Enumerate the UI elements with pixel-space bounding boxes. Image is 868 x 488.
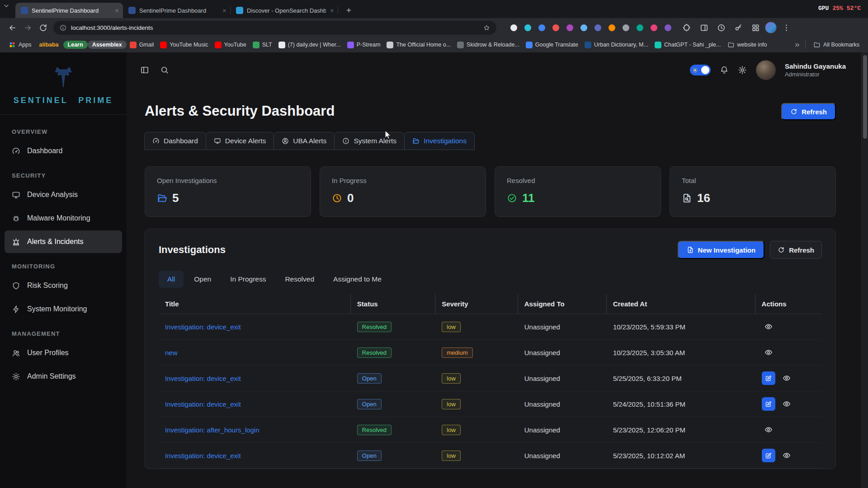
view-button[interactable] xyxy=(762,346,775,359)
column-header-title[interactable]: Title xyxy=(159,294,351,314)
bookmark-alibaba[interactable]: alibaba xyxy=(35,41,63,49)
extension-icon[interactable] xyxy=(507,21,520,34)
bookmark-p-stream[interactable]: P-Stream xyxy=(344,40,384,50)
bookmark-youtube-music[interactable]: YouTube Music xyxy=(157,40,211,50)
back-button[interactable] xyxy=(5,20,20,35)
row-title-link[interactable]: Investigation: device_exit xyxy=(165,375,241,382)
view-button[interactable] xyxy=(780,449,793,462)
bookmark-website-info[interactable]: website info xyxy=(724,40,770,50)
tab-uba-alerts[interactable]: UBA Alerts xyxy=(274,132,335,150)
sidebar-item-dashboard[interactable]: Dashboard xyxy=(5,140,122,162)
page-scrollbar[interactable] xyxy=(861,52,868,488)
sidebar-item-device-analysis[interactable]: Device Analysis xyxy=(5,183,122,206)
filter-resolved[interactable]: Resolved xyxy=(276,271,323,288)
edit-button[interactable] xyxy=(762,449,775,462)
sidebar-item-malware-monitoring[interactable]: Malware Monitoring xyxy=(5,207,122,230)
bookmark-apps[interactable]: Apps xyxy=(5,40,35,50)
extension-icon[interactable] xyxy=(535,21,548,34)
theme-toggle[interactable] xyxy=(690,65,711,75)
refresh-button[interactable]: Refresh xyxy=(781,103,836,120)
bookmarks-overflow-chevron-icon[interactable] xyxy=(794,42,801,48)
bell-icon[interactable] xyxy=(720,66,729,75)
info-icon[interactable] xyxy=(60,24,66,31)
tab-groups-button[interactable] xyxy=(748,20,763,35)
extension-icon[interactable] xyxy=(619,21,632,34)
view-button[interactable] xyxy=(780,397,793,411)
bookmark-learn[interactable]: Learn xyxy=(63,41,88,49)
bookmark-google-translate[interactable]: Google Translate xyxy=(523,40,581,50)
tab-close-icon[interactable] xyxy=(222,8,227,13)
bookmark-youtube[interactable]: YouTube xyxy=(212,40,250,50)
window-chevron-icon[interactable] xyxy=(2,2,10,9)
sidebar-item-admin-settings[interactable]: Admin Settings xyxy=(5,365,122,388)
view-button[interactable] xyxy=(762,423,775,436)
passwords-button[interactable] xyxy=(731,20,746,35)
filter-all[interactable]: All xyxy=(159,271,184,288)
profile-avatar[interactable] xyxy=(765,22,777,33)
gear-icon[interactable] xyxy=(738,66,747,75)
bookmark-assemblex[interactable]: Assemblex xyxy=(88,41,127,49)
address-bar[interactable]: localhost:3000/alerts-incidents xyxy=(53,21,496,35)
bookmark-gmail[interactable]: Gmail xyxy=(127,40,157,50)
browser-tab[interactable]: Discover - OpenSearch Dashbo xyxy=(231,3,338,18)
browser-tab[interactable]: SentinelPrime Dashboard xyxy=(15,3,123,18)
bookmark-7-daily-dev-wher[interactable]: (7) daily.dev | Wher... xyxy=(275,40,344,50)
tab-device-alerts[interactable]: Device Alerts xyxy=(206,132,274,150)
extension-icon[interactable] xyxy=(661,21,675,34)
extension-icon[interactable] xyxy=(591,21,604,34)
edit-button[interactable] xyxy=(762,397,775,411)
extension-icon[interactable] xyxy=(633,21,646,34)
sidebar-item-risk-scoring[interactable]: Risk Scoring xyxy=(5,274,122,297)
new-tab-button[interactable] xyxy=(342,3,355,17)
all-bookmarks[interactable]: All Bookmarks xyxy=(810,40,863,50)
row-title-link[interactable]: Investigation: after_hours_login xyxy=(165,426,259,434)
sidebar-item-user-profiles[interactable]: User Profiles xyxy=(5,342,122,364)
tab-dashboard[interactable]: Dashboard xyxy=(144,132,206,150)
filter-open[interactable]: Open xyxy=(185,271,220,288)
new-investigation-button[interactable]: New Investigation xyxy=(678,241,765,259)
column-header-created-at[interactable]: Created At xyxy=(607,294,755,314)
column-header-actions[interactable]: Actions xyxy=(755,294,822,314)
panel-refresh-button[interactable]: Refresh xyxy=(770,241,822,259)
extension-icon[interactable] xyxy=(549,21,562,34)
history-button[interactable] xyxy=(713,20,729,35)
row-title-link[interactable]: Investigation: device_exit xyxy=(165,323,241,331)
tab-system-alerts[interactable]: System Alerts xyxy=(334,132,405,150)
view-button[interactable] xyxy=(780,371,793,385)
side-panel-button[interactable] xyxy=(696,20,712,35)
row-title-link[interactable]: Investigation: device_exit xyxy=(165,452,241,460)
extension-icon[interactable] xyxy=(605,21,618,34)
browser-tab[interactable]: SentinelPrime Dashboard xyxy=(123,3,231,18)
bookmark-chatgpt-sahi-ple[interactable]: ChatGPT - Sahi _ple... xyxy=(651,40,724,50)
column-header-status[interactable]: Status xyxy=(351,294,435,314)
forward-button[interactable] xyxy=(20,20,35,35)
user-avatar[interactable] xyxy=(756,60,776,80)
extension-icon[interactable] xyxy=(563,21,576,34)
bookmark-slt[interactable]: SLT xyxy=(250,40,275,50)
row-title-link[interactable]: Investigation: device_exit xyxy=(165,400,241,408)
view-button[interactable] xyxy=(762,320,775,333)
tab-investigations[interactable]: Investigations xyxy=(404,132,475,150)
sidebar-item-system-monitoring[interactable]: System Monitoring xyxy=(5,298,122,320)
tab-close-icon[interactable] xyxy=(330,8,335,13)
extension-icon[interactable] xyxy=(577,21,590,34)
edit-button[interactable] xyxy=(762,371,775,385)
tab-close-icon[interactable] xyxy=(114,8,119,13)
scrollbar-thumb[interactable] xyxy=(863,55,867,139)
filter-in-progress[interactable]: In Progress xyxy=(222,271,274,288)
bookmark-urban-dictionary-m[interactable]: Urban Dictionary, M... xyxy=(581,40,651,50)
search-icon[interactable] xyxy=(160,66,169,75)
filter-assigned-to-me[interactable]: Assigned to Me xyxy=(325,271,390,288)
column-header-severity[interactable]: Severity xyxy=(435,294,518,314)
row-title-link[interactable]: new xyxy=(165,349,178,357)
extensions-button[interactable] xyxy=(679,20,694,35)
bookmark-the-official-home-o[interactable]: The Official Home o... xyxy=(383,40,454,50)
reload-button[interactable] xyxy=(35,20,51,35)
sidebar-collapse-icon[interactable] xyxy=(140,66,149,75)
sidebar-item-alerts-incidents[interactable]: Alerts & Incidents xyxy=(5,230,122,253)
column-header-assigned-to[interactable]: Assigned To xyxy=(518,294,607,314)
bookmark-skidrow-reloade[interactable]: Skidrow & Reloade... xyxy=(454,40,523,50)
extension-icon[interactable] xyxy=(647,21,660,34)
extension-icon[interactable] xyxy=(521,21,534,34)
bookmark-star-icon[interactable] xyxy=(483,24,490,31)
